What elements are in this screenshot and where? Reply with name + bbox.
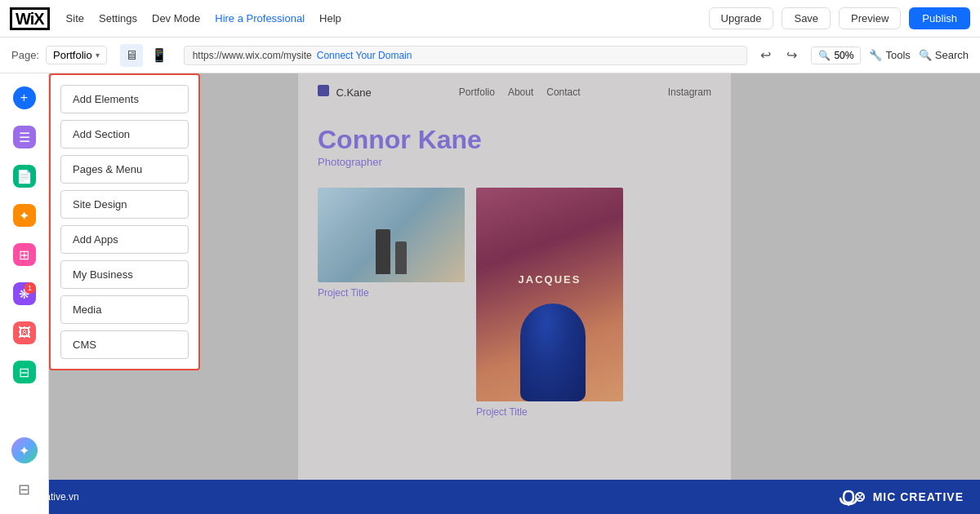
site-url: https://www.wix.com/mysite: [193, 50, 312, 61]
connect-domain-link[interactable]: Connect Your Domain: [317, 50, 412, 61]
undo-button[interactable]: ↩: [754, 44, 777, 67]
sidebar-item-add-elements[interactable]: +: [7, 80, 42, 116]
nav-settings[interactable]: Settings: [99, 12, 137, 24]
sidebar-bottom: ✦ ⊟: [7, 432, 42, 507]
add-section-button[interactable]: Add Section: [60, 120, 189, 148]
site-instagram: Instagram: [668, 86, 711, 98]
my-business-icon: ❋ 1: [13, 282, 36, 305]
media-button[interactable]: Media: [60, 295, 189, 324]
portfolio-image-1: [318, 188, 465, 282]
add-apps-icon: ⊞: [13, 243, 36, 266]
device-icons: 🖥 📱: [120, 44, 171, 67]
tools-icon: 🔧: [869, 49, 882, 61]
logo-text: C.Kane: [336, 86, 371, 99]
layers-button[interactable]: ⊟: [7, 472, 42, 507]
nav-contact[interactable]: Contact: [546, 86, 580, 98]
second-toolbar: Page: Portfolio ▾ 🖥 📱 https://www.wix.co…: [0, 38, 980, 73]
wix-logo[interactable]: WiX: [10, 7, 50, 30]
my-business-button[interactable]: My Business: [60, 260, 189, 289]
cms-button[interactable]: CMS: [60, 330, 189, 359]
mic-logo-icon: [837, 488, 866, 506]
mic-logo-svg: [837, 488, 866, 506]
nav-devmode[interactable]: Dev Mode: [152, 12, 200, 24]
desktop-icon[interactable]: 🖥: [120, 44, 143, 67]
figure-silhouette: [520, 304, 586, 401]
site-preview: C.Kane Portfolio About Contact Instagram…: [298, 73, 731, 514]
nav-hire-pro[interactable]: Hire a Professional: [215, 12, 305, 24]
portfolio-grid: Project Title JACQUES Project Title: [298, 176, 731, 429]
sidebar-item-pages-menu[interactable]: ☰: [7, 119, 42, 155]
site-hero: Connor Kane Photographer: [298, 111, 731, 176]
zoom-control[interactable]: 🔍 50%: [811, 47, 861, 64]
portfolio-title-1: Project Title: [318, 287, 465, 299]
sidebar-item-media[interactable]: 🖼: [7, 315, 42, 351]
toolbar-right: ↩ ↪ 🔍 50% 🔧 Tools 🔍 Search: [754, 44, 969, 67]
sidebar-item-site-design[interactable]: 📄: [7, 158, 42, 194]
top-navigation: WiX Site Settings Dev Mode Hire a Profes…: [0, 0, 980, 38]
ai-tool-icon: ✦: [13, 204, 36, 227]
logo-dot: [318, 85, 329, 96]
upgrade-button[interactable]: Upgrade: [709, 7, 774, 29]
footer-bar: miccreative.vn MIC CREATIVE: [0, 480, 980, 514]
portfolio-title-2: Project Title: [476, 406, 623, 418]
notification-badge: 1: [24, 282, 36, 294]
nav-portfolio[interactable]: Portfolio: [459, 86, 495, 98]
media-icon: 🖼: [13, 321, 36, 344]
mobile-icon[interactable]: 📱: [148, 44, 171, 67]
bottle-2: [395, 241, 407, 274]
site-logo: C.Kane: [318, 85, 372, 100]
tools-label: Tools: [885, 49, 910, 61]
chevron-down-icon: ▾: [96, 51, 100, 60]
search-button[interactable]: 🔍 Search: [919, 49, 969, 61]
nav-help[interactable]: Help: [319, 12, 341, 24]
undo-redo: ↩ ↪: [754, 44, 803, 67]
site-design-button[interactable]: Site Design: [60, 190, 189, 219]
save-button[interactable]: Save: [782, 7, 831, 29]
tools-button[interactable]: 🔧 Tools: [869, 49, 910, 61]
page-name: Portfolio: [53, 49, 92, 61]
site-nav: Portfolio About Contact: [459, 86, 581, 98]
redo-button[interactable]: ↪: [780, 44, 803, 67]
site-subtitle: Photographer: [318, 156, 711, 168]
sidebar-item-cms[interactable]: ⊟: [7, 354, 42, 390]
ai-circle-icon: ✦: [11, 437, 38, 463]
portfolio-image-2: JACQUES: [476, 188, 623, 401]
ai-assistant-button[interactable]: ✦: [7, 432, 42, 468]
add-elements-icon: +: [13, 86, 36, 109]
footer-brand: MIC CREATIVE: [837, 488, 964, 506]
layers-icon: ⊟: [18, 481, 30, 498]
zoom-icon: 🔍: [818, 50, 831, 61]
page-label: Page:: [11, 49, 39, 61]
nav-about[interactable]: About: [508, 86, 533, 98]
left-sidebar: + ☰ 📄 ✦ ⊞ ❋ 1 🖼 ⊟ ✦ ⊟: [0, 73, 49, 514]
search-icon: 🔍: [919, 49, 932, 61]
page-select[interactable]: Portfolio ▾: [46, 46, 107, 64]
cms-icon: ⊟: [13, 361, 36, 383]
search-label: Search: [935, 49, 969, 61]
nav-links: Site Settings Dev Mode Hire a Profession…: [66, 12, 341, 24]
main-area: + ☰ 📄 ✦ ⊞ ❋ 1 🖼 ⊟ ✦ ⊟: [0, 73, 980, 514]
add-apps-button[interactable]: Add Apps: [60, 225, 189, 254]
bottle-silhouette: [376, 229, 407, 274]
url-bar: https://www.wix.com/mysite Connect Your …: [184, 46, 748, 65]
portfolio-item-1: Project Title: [318, 188, 465, 418]
pages-menu-icon: ☰: [13, 126, 36, 148]
jacques-label: JACQUES: [519, 273, 581, 286]
footer-brand-text: MIC CREATIVE: [873, 490, 964, 503]
bottle-1: [376, 229, 390, 274]
sidebar-item-my-business[interactable]: ❋ 1: [7, 276, 42, 312]
site-header: C.Kane Portfolio About Contact Instagram: [298, 73, 731, 111]
sidebar-item-add-apps[interactable]: ⊞: [7, 237, 42, 273]
top-nav-right: Upgrade Save Preview Publish: [709, 7, 970, 29]
zoom-level: 50%: [834, 50, 853, 61]
publish-button[interactable]: Publish: [909, 7, 970, 29]
nav-site[interactable]: Site: [66, 12, 84, 24]
panel-overlay: Add Elements Add Section Pages & Menu Si…: [49, 73, 200, 370]
sidebar-item-ai-tool[interactable]: ✦: [7, 197, 42, 233]
site-design-icon: 📄: [13, 165, 36, 188]
portfolio-item-2: JACQUES Project Title: [476, 188, 623, 418]
preview-button[interactable]: Preview: [839, 7, 901, 29]
site-name: Connor Kane: [318, 126, 711, 154]
pages-menu-button[interactable]: Pages & Menu: [60, 155, 189, 184]
add-elements-button[interactable]: Add Elements: [60, 85, 189, 113]
